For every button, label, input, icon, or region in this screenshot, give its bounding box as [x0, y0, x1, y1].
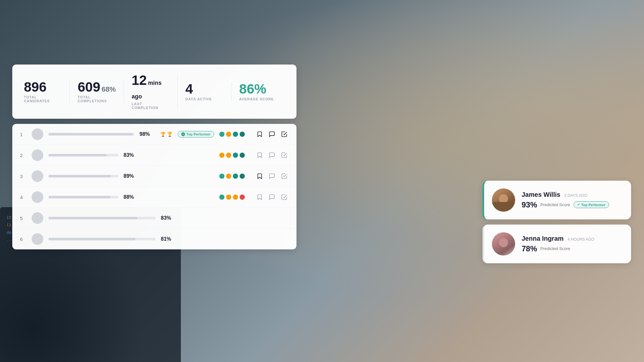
progress-bar: [48, 238, 156, 240]
stat-days-active: 4 DAYS ACTIVE: [185, 82, 231, 101]
score: 88%: [124, 194, 139, 200]
bookmark-icon[interactable]: [255, 151, 264, 160]
score-row: 93% Predicted Score ✓ Top Performer: [522, 200, 623, 209]
dot: [226, 153, 231, 158]
candidate-card-jenna: Jenna Ingram 4 HOURS AGO 78% Predicted S…: [483, 225, 631, 263]
avatar: [32, 128, 43, 140]
dot: [233, 195, 238, 200]
progress-fill: [48, 133, 133, 136]
badge-label: Top Performer: [186, 132, 211, 136]
dot: [233, 132, 238, 137]
top-performer-badge: ✓ Top Performer: [178, 131, 214, 137]
average-score-label: AVERAGE SCORE: [239, 97, 277, 101]
progress-bar: [48, 217, 156, 219]
candidate-card-james: James Willis 2 DAYS AGO 93% Predicted Sc…: [483, 181, 631, 219]
progress-bar: [48, 133, 134, 136]
avatar: [32, 233, 43, 245]
trophy-icon: 🏆: [167, 132, 172, 137]
action-icons: [255, 130, 289, 139]
bookmark-icon[interactable]: [255, 130, 264, 139]
score: 98%: [140, 131, 155, 137]
candidate-name: James Willis: [522, 191, 560, 198]
dots-group: [219, 174, 245, 179]
predicted-label: Predicted Score: [540, 246, 570, 251]
bookmark-icon[interactable]: [255, 193, 264, 202]
dots-group: [219, 153, 245, 158]
avatar: [32, 212, 43, 224]
score: 89%: [124, 173, 139, 179]
row-rank: 2: [20, 153, 26, 158]
candidates-panel: 1 98% 🏆 🏆 ✓ Top Performer: [12, 124, 296, 249]
checkmark-icon[interactable]: [280, 172, 289, 181]
card-info: Jenna Ingram 4 HOURS AGO 78% Predicted S…: [522, 235, 623, 253]
dot: [233, 174, 238, 179]
candidate-time: 2 DAYS AGO: [564, 193, 587, 198]
score: 83%: [161, 215, 176, 221]
days-active-label: DAYS ACTIVE: [185, 97, 223, 101]
checkmark-icon[interactable]: [280, 151, 289, 160]
candidate-row: 5 83%: [12, 208, 296, 229]
score: 83%: [124, 152, 139, 158]
action-icons: [255, 151, 289, 160]
predicted-label: Predicted Score: [540, 202, 570, 207]
candidate-row: 1 98% 🏆 🏆 ✓ Top Performer: [12, 124, 296, 145]
candidate-row: 4 88%: [12, 187, 296, 208]
stat-last-completion: 12mins ago LAST COMPLETION: [132, 74, 178, 110]
total-candidates-number: 896: [24, 80, 62, 94]
row-rank: 6: [20, 236, 26, 242]
ui-container: 896 TOTAL CANDIDATES 60968% TOTAL COMPLE…: [12, 65, 296, 249]
badge-label: Top Performer: [581, 203, 606, 207]
stat-total-completions: 60968% TOTAL COMPLETIONS: [78, 80, 124, 103]
dot: [226, 195, 231, 200]
progress-fill: [48, 175, 111, 177]
name-time-row: Jenna Ingram 4 HOURS AGO: [522, 235, 623, 242]
row-rank: 3: [20, 174, 26, 179]
dot: [219, 153, 224, 158]
row-rank: 4: [20, 195, 26, 200]
checkmark-icon[interactable]: [280, 193, 289, 202]
progress-fill: [48, 238, 135, 240]
check-icon: ✓: [577, 203, 580, 207]
avatar: [32, 149, 43, 161]
trophy-icons: 🏆 🏆: [160, 132, 172, 137]
row-rank: 1: [20, 132, 26, 137]
action-icons: [255, 172, 289, 181]
predicted-score: 78%: [522, 244, 537, 253]
avatar: [32, 191, 43, 203]
avatar-james: [492, 188, 515, 212]
stat-total-candidates: 896 TOTAL CANDIDATES: [24, 80, 70, 103]
score: 81%: [161, 236, 176, 242]
check-icon: ✓: [181, 132, 185, 136]
dot: [240, 195, 245, 200]
candidate-row: 2 83%: [12, 145, 296, 166]
progress-fill: [48, 154, 107, 156]
candidate-cards: James Willis 2 DAYS AGO 93% Predicted Sc…: [483, 181, 631, 268]
candidate-name: Jenna Ingram: [522, 235, 564, 242]
score-row: 78% Predicted Score: [522, 244, 623, 253]
average-score-number: 86%: [239, 82, 277, 96]
checkmark-icon[interactable]: [280, 130, 289, 139]
last-completion-label: LAST COMPLETION: [132, 102, 170, 110]
chat-icon[interactable]: [267, 172, 276, 181]
avatar-jenna: [492, 232, 515, 256]
total-candidates-label: TOTAL CANDIDATES: [24, 95, 62, 103]
dot: [219, 195, 224, 200]
total-completions-number: 60968%: [78, 80, 116, 94]
stat-average-score: 86% AVERAGE SCORE: [239, 82, 285, 101]
avatar: [32, 170, 43, 182]
chat-icon[interactable]: [267, 130, 276, 139]
total-completions-label: TOTAL COMPLETIONS: [78, 95, 116, 103]
candidate-time: 4 HOURS AGO: [568, 237, 595, 242]
stats-panel: 896 TOTAL CANDIDATES 60968% TOTAL COMPLE…: [12, 65, 296, 119]
card-info: James Willis 2 DAYS AGO 93% Predicted Sc…: [522, 191, 623, 209]
chat-icon[interactable]: [267, 193, 276, 202]
bookmark-icon[interactable]: [255, 172, 264, 181]
trophy-icon: 🏆: [160, 132, 166, 137]
progress-fill: [48, 196, 110, 198]
top-performer-badge: ✓ Top Performer: [574, 201, 609, 208]
progress-bar: [48, 196, 119, 198]
days-active-number: 4: [185, 82, 223, 96]
chat-icon[interactable]: [267, 151, 276, 160]
progress-fill: [48, 217, 138, 219]
dot: [240, 132, 245, 137]
